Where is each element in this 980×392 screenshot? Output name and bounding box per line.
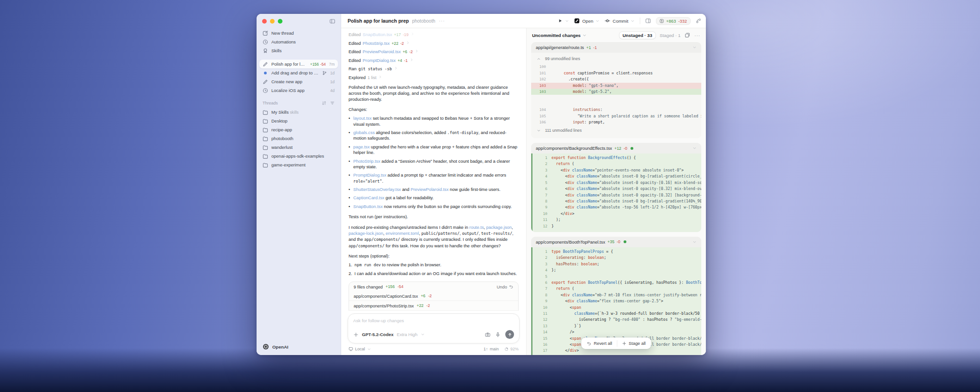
file-link[interactable]: route.ts [469,225,484,230]
thread-item-add-drag-and-drop-to-gallery-phot[interactable]: Add drag and drop to gallery phot…1d [259,68,338,77]
unstaged-tab[interactable]: Unstaged · 33 [619,32,655,39]
diff-line: 104 instructions: [531,107,701,113]
folder-item-desktop[interactable]: Desktop [259,116,338,125]
model-selector[interactable]: GPT-5.2-Codex [362,332,393,337]
line-number: 9 [533,298,551,304]
chevron-down-icon[interactable] [692,240,697,244]
staged-tab[interactable]: Staged · 1 [660,33,680,38]
revert-all-button[interactable]: Revert all [582,339,617,347]
file-link[interactable]: page.tsx [353,144,369,149]
file-link[interactable]: SnapButton.tsx [363,32,392,37]
tool-event-edited-photostrip-tsx[interactable]: EditedPhotoStrip.tsx+22-2 [349,41,519,46]
chevron-down-icon[interactable] [692,146,697,150]
line-number: 3 [533,261,551,267]
change-bullet: •CaptionCard.tsx got a label for readabi… [349,195,519,201]
thread-item-polish-app-for-launch-prep[interactable]: Polish app for launch prep+156-547m [259,60,338,68]
folder-item-wanderlust[interactable]: wanderlust [259,143,338,152]
undo-button[interactable]: Undo [497,284,514,289]
file-link[interactable]: package.json [486,225,512,230]
file-link[interactable]: environment.toml [386,231,419,236]
line-code: const captionPromise = client.responses [550,70,701,76]
sidebar-item-skills[interactable]: Skills [259,46,338,55]
close-window-button[interactable] [262,19,267,24]
composer-toolbar: GPT-5.2-Codex Extra High [353,330,514,339]
folder-label: Desktop [271,118,335,123]
sidebar-toggle-icon[interactable] [330,18,335,24]
tool-event-explored-1-list[interactable]: Explored1 list [349,75,519,80]
sidebar-footer[interactable]: OpenAI [257,338,341,355]
file-row-app-components-previewpolaroid-tsx[interactable]: app/components/PreviewPolaroid.tsx+6-2 [349,310,518,311]
file-link[interactable]: SnapButton.tsx [353,204,383,209]
file-link[interactable]: PromptDialog.tsx [363,58,396,63]
file-link[interactable]: PhotoStrip.tsx [363,41,390,46]
diff-file-header[interactable]: app/api/generate/route.ts+1-1 [531,42,701,53]
tool-event-edited-promptdialog-tsx[interactable]: EditedPromptDialog.tsx+4-1 [349,58,519,63]
attach-plus-icon[interactable] [353,332,359,337]
diffstat-pill[interactable]: +863 -332 [656,17,691,25]
sort-icon[interactable] [322,101,326,105]
diff-line: 8 <div className="absolute inset-0 bg-[r… [533,198,701,204]
thread-item-create-new-app[interactable]: Create new app1d [259,77,338,86]
file-row-app-components-photostrip-tsx[interactable]: app/components/PhotoStrip.tsx+22-2 [349,300,518,310]
git-graph-icon[interactable] [696,18,701,24]
diff-scope-selector[interactable]: Uncommitted changes [532,33,587,38]
tool-event-edited-previewpolaroid-tsx[interactable]: EditedPreviewPolaroid.tsx+6-2 [349,49,519,54]
diff-line: 5 <div className="absolute inset-0 opaci… [533,180,701,186]
composer: Ask for follow-up changes GPT-5.2-Codex … [348,313,520,343]
diff-file-header[interactable]: app/components/BoothTopPanel.tsx+35-0 [531,237,701,247]
file-row-app-components-captioncard-tsx[interactable]: app/components/CaptionCard.tsx+6-2 [349,291,518,300]
thread-item-localize-ios-app[interactable]: Localize iOS app4d [259,86,338,95]
branch-indicator[interactable]: 1↑ main [484,347,499,351]
file-link[interactable]: ShutterStatusOverlay.tsx [353,187,401,192]
collapse-toggle[interactable]: 99 unmodified lines [531,54,701,64]
microphone-icon[interactable] [495,332,501,337]
change-bullet: •PromptDialog.tsx added a prompt tip + c… [349,172,519,184]
environment-selector[interactable]: Local [349,347,371,351]
sidebar-item-new-thread[interactable]: New thread [259,29,338,37]
diff-line: 18 [533,354,701,355]
file-link[interactable]: package-lock.json [349,231,383,236]
line-code: isGenerating: boolean; [551,255,701,261]
zoom-window-button[interactable] [278,19,282,24]
run-button[interactable] [558,18,569,23]
file-link[interactable]: PreviewPolaroid.tsx [363,49,401,54]
tool-event-edited-snapbutton-tsx[interactable]: EditedSnapButton.tsx+17-19 [349,32,519,37]
chevron-down-icon[interactable] [692,45,697,49]
folder-item-recipe-app[interactable]: recipe-app [259,125,338,134]
copy-icon[interactable] [685,32,690,38]
minimize-window-button[interactable] [270,19,275,24]
diff-file-header[interactable]: app/components/BackgroundEffects.tsx+12-… [531,143,701,153]
collapse-toggle[interactable]: 111 unmodified lines [531,126,701,135]
file-link[interactable]: PreviewPolaroid.tsx [410,187,448,192]
title-more-icon[interactable]: ··· [439,18,445,24]
tool-event-ran-git-status-sb[interactable]: Rangit status -sb [349,66,519,71]
sidebar-item-automations[interactable]: Automations [259,37,338,46]
stage-all-button[interactable]: Stage all [617,339,650,347]
changes-panel-icon[interactable] [645,18,651,24]
file-link[interactable]: globals.css [353,130,374,135]
folder-item-photobooth[interactable]: photobooth [259,134,338,143]
diff-more-icon[interactable]: ··· [694,33,700,38]
line-number: 8 [533,198,551,204]
folder-item-game-experiment[interactable]: game-experiment [259,160,338,169]
composer-input[interactable]: Ask for follow-up changes [353,318,514,323]
file-link[interactable]: CaptionCard.tsx [353,195,384,200]
filter-icon[interactable] [330,101,335,105]
send-button[interactable] [505,330,514,339]
camera-icon[interactable] [485,332,490,337]
line-number: 8 [533,292,551,298]
file-link[interactable]: PromptDialog.tsx [353,172,386,178]
commit-button[interactable]: Commit [605,18,635,24]
diff-line: 6 <div className="absolute inset-0 opaci… [533,186,701,192]
file-link[interactable]: PhotoStrip.tsx [353,159,380,164]
folder-item-openai-apps-sdk-examples[interactable]: openai-apps-sdk-examples [259,152,338,160]
open-button[interactable]: Open [574,18,600,24]
event-verb: Explored [349,75,366,80]
file-link[interactable]: layout.tsx [353,116,372,121]
line-number: 7 [533,192,551,198]
chevron-down-icon[interactable] [421,332,425,337]
bullet-text: ShutterStatusOverlay.tsx and PreviewPola… [353,187,500,193]
folder-item-my-skills[interactable]: My Skills skills [259,108,338,116]
line-code: .create({ [550,76,701,82]
revert-all-label: Revert all [594,341,612,346]
